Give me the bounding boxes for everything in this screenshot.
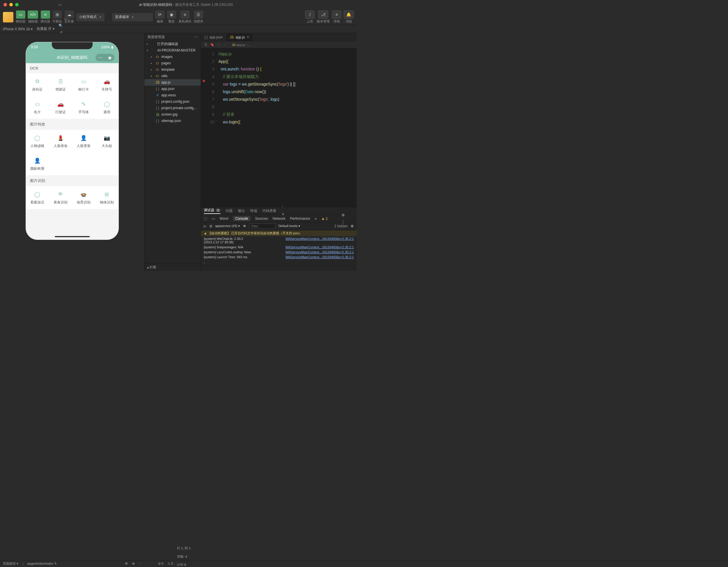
grid-cell[interactable]: ▭银行卡 [72, 73, 96, 96]
debug-tab-output[interactable]: 输出 [238, 209, 245, 213]
simulator-toggle[interactable]: ▭ [16, 10, 25, 19]
remote-debug-button[interactable]: ⎆ [180, 10, 190, 19]
console-prompt[interactable]: › [201, 260, 357, 266]
tree-row[interactable]: { }app.json [144, 86, 201, 92]
bookmark-icon[interactable]: 🔖 [210, 43, 214, 47]
hotreload-select[interactable]: 热重载 开 ▾ [37, 27, 54, 31]
tree-row[interactable]: ▸🗀pages [144, 60, 201, 66]
debug-tab-quality[interactable]: 代码质量 [262, 209, 276, 213]
visual-toggle[interactable]: ⊞ [53, 10, 62, 19]
settings-icon[interactable]: ⚙ [351, 224, 354, 228]
cloud-toggle[interactable]: ☁ [65, 10, 74, 19]
phone-notch [52, 42, 93, 49]
grid-cell[interactable]: ◯人物滤镜 [26, 130, 49, 153]
tree-row[interactable]: ▸🗀utils [144, 73, 201, 79]
editor-tab[interactable]: JSapp.js✕ [226, 33, 253, 41]
clear-console-icon[interactable]: ⊘ [209, 224, 212, 228]
editor-tabs[interactable]: { }app.jsonJSapp.js✕ [201, 33, 357, 41]
version-button[interactable]: ⎇ [318, 10, 328, 19]
grid-cell[interactable]: ◯通用 [95, 96, 119, 119]
back-icon[interactable]: ← [217, 43, 220, 47]
context-select[interactable]: appservice (#3) ▾ [215, 224, 240, 228]
play-icon[interactable]: ▷ [204, 224, 206, 228]
grid-cell[interactable]: ✎手写体 [72, 96, 96, 119]
tree-row[interactable]: ▾AI-PROGRAM-MASTER [144, 47, 201, 54]
explorer-menu-icon[interactable]: ⋯ [194, 35, 198, 39]
debug-tab-debugger[interactable]: 调试器 1 [204, 208, 220, 214]
editor-tab[interactable]: { }app.json [201, 33, 226, 41]
devtools-tab[interactable]: Wxml [220, 217, 228, 221]
console-row[interactable]: ▲ 【自动热重载】 已开启代码文件保存后自动热重载（不支持 json） [201, 231, 357, 236]
debugger-toggle[interactable]: ≡ [41, 10, 50, 19]
editor-toggle[interactable]: </> [28, 10, 38, 19]
grid-cell[interactable]: 🚗行驶证 [49, 96, 72, 119]
preview-button[interactable]: ◉ [167, 10, 176, 19]
rotate-icon[interactable]: ▭ [59, 3, 354, 7]
devtools-tabs[interactable]: ⬚▭WxmlConsoleSourcesNetworkPerformance»▲… [201, 215, 357, 223]
tree-row[interactable]: JSapp.js [144, 79, 201, 86]
message-button[interactable]: 🔔 [344, 10, 354, 19]
capsule[interactable]: ⋯◉ [96, 54, 114, 61]
console-output[interactable]: ▲ 【自动热重载】 已开启代码文件保存后自动热重载（不支持 json）[syst… [201, 230, 357, 271]
device-icon[interactable]: ▭ [212, 217, 215, 221]
window-controls[interactable] [3, 3, 19, 6]
search-icon[interactable]: 🔍 [59, 24, 354, 28]
devtools-tab[interactable]: Network [273, 217, 285, 221]
console-row[interactable]: [system] WeChatLib: 2.30.2 (2023.2.22 17… [201, 236, 357, 245]
grid-cell[interactable]: 🚗车牌号 [95, 73, 119, 96]
console-row[interactable]: [system] LazyCodeLoading: falseWAService… [201, 250, 357, 255]
list-icon[interactable]: ☰ [204, 43, 207, 47]
gear-icon[interactable]: ⚙ [342, 213, 345, 217]
filter-input[interactable] [249, 224, 275, 229]
debug-tab-terminal[interactable]: 终端 [250, 209, 257, 213]
device-select[interactable]: iPhone X 85% 16 ▾ [3, 27, 33, 31]
levels-select[interactable]: Default levels ▾ [278, 224, 300, 228]
close-icon[interactable]: ✕ [247, 35, 249, 39]
grid-cell[interactable]: 🍲场景识别 [72, 186, 96, 209]
close-window-icon[interactable] [3, 3, 7, 6]
console-row[interactable]: [system] Subpackages: N/AWAServiceMainCo… [201, 245, 357, 250]
compile-button[interactable]: ⟳ [155, 10, 165, 19]
minimize-window-icon[interactable] [9, 3, 13, 6]
editor-breadcrumb[interactable]: ☰ 🔖 ← → JS app.js › ... [201, 41, 357, 48]
forward-icon[interactable]: → [223, 43, 227, 47]
tree-row[interactable]: { }project.private.config... [144, 105, 201, 111]
grid-cell[interactable]: 👤人脸变装 [72, 130, 96, 153]
tree-row[interactable]: ▨screen.jpg [144, 111, 201, 118]
eye-icon[interactable]: 👁 [243, 224, 246, 228]
phone-body[interactable]: OCR⧉身份证☰驾驶证▭银行卡🚗车牌号▭名片🚗行驶证✎手写体◯通用图片特效◯人物… [26, 63, 119, 240]
tree-row[interactable]: #app.wxss [144, 92, 201, 98]
devtools-tab[interactable]: Console [233, 216, 250, 221]
collapse-icon[interactable]: ˄ [282, 206, 354, 210]
detail-button[interactable]: ≡ [332, 10, 341, 19]
grid-cell[interactable]: 👁美食识别 [49, 186, 72, 209]
debug-tab-problems[interactable]: 问题 [226, 209, 233, 213]
warn-badge[interactable]: ▲ 1 [321, 217, 328, 221]
file-tree[interactable]: ▸打开的编辑器▾AI-PROGRAM-MASTER▸🗀images▸🗀pages… [144, 41, 201, 264]
grid-cell[interactable]: ◯看图说话 [26, 186, 49, 209]
grid-cell[interactable]: 💄人脸美妆 [49, 130, 72, 153]
inspect-icon[interactable]: ⬚ [204, 217, 207, 221]
maximize-window-icon[interactable] [15, 3, 19, 6]
tree-row[interactable]: ▸🗀images [144, 54, 201, 60]
clear-cache-button[interactable]: ☰ [194, 10, 203, 19]
grid-cell[interactable]: 📷大头贴 [95, 130, 119, 153]
tree-row[interactable]: ▸打开的编辑器 [144, 41, 201, 47]
user-avatar[interactable] [3, 12, 13, 22]
outline-header[interactable]: ▸ 大纲 [144, 264, 201, 271]
grid-cell[interactable]: 👤颜龄检测 [26, 153, 49, 175]
grid-cell[interactable]: ⊞物体识别 [95, 186, 119, 209]
more-tabs-icon[interactable]: » [315, 217, 317, 221]
grid-cell[interactable]: ⧉身份证 [26, 73, 49, 96]
upload-button[interactable]: ⤴ [305, 10, 314, 19]
grid-cell[interactable]: ▭名片 [26, 96, 49, 119]
code-editor[interactable]: 1˅2˅3456789˅10 //app.jsApp({ onLaunch: f… [201, 48, 357, 207]
devtools-tab[interactable]: Sources [255, 217, 268, 221]
grid-cell[interactable]: ☰驾驶证 [49, 73, 72, 96]
console-row[interactable]: [system] Launch Time: 583 msWAServiceMai… [201, 255, 357, 260]
tree-row[interactable]: { }sitemap.json [144, 118, 201, 124]
tree-row[interactable]: { }project.config.json [144, 98, 201, 105]
tree-row[interactable]: ▸🗀template [144, 66, 201, 73]
hidden-count[interactable]: 2 hidden [334, 224, 348, 228]
devtools-tab[interactable]: Performance [290, 217, 310, 221]
